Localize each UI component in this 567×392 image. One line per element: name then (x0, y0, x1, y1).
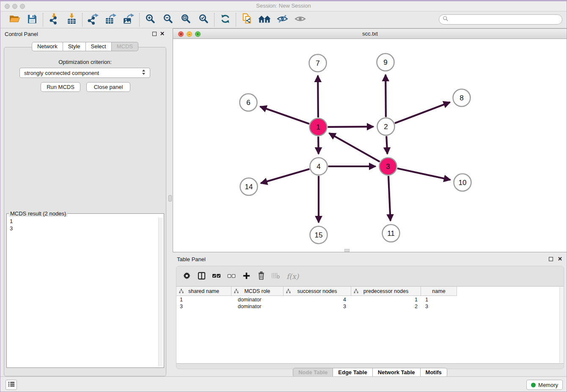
canvas-resize-handle[interactable] (344, 249, 350, 252)
import-table-button[interactable] (65, 14, 78, 26)
column-header-predecessor-nodes[interactable]: predecessor nodes (351, 287, 421, 296)
edge-1-6[interactable] (260, 107, 309, 124)
node-7[interactable]: 7 (309, 55, 327, 72)
criterion-dropdown[interactable]: strongly connected component (19, 68, 150, 78)
table-cell[interactable]: 1 (176, 296, 231, 303)
import-network-button[interactable] (47, 14, 60, 26)
function-builder-button[interactable]: f(x) (286, 271, 299, 282)
search-box[interactable] (439, 14, 562, 25)
float-panel-icon[interactable] (152, 32, 157, 36)
open-folder-button[interactable] (8, 14, 21, 26)
edge-1-4[interactable] (318, 137, 319, 154)
edge-3-10[interactable] (397, 168, 450, 180)
eye-button[interactable] (294, 14, 306, 26)
node-10[interactable]: 10 (454, 174, 471, 191)
run-mcds-button[interactable]: Run MCDS (41, 82, 80, 92)
node-1[interactable]: 1 (310, 119, 327, 136)
node-15[interactable]: 15 (310, 226, 328, 244)
console-button[interactable] (6, 380, 17, 390)
node-table[interactable]: shared name MCDS role successor nodes pr… (176, 286, 564, 364)
memory-button[interactable]: Memory (526, 380, 563, 390)
close-panel-icon[interactable]: ✕ (160, 30, 165, 37)
export-table-button[interactable] (105, 14, 117, 26)
edge-2-3[interactable] (386, 136, 387, 154)
column-header-successor-nodes[interactable]: successor nodes (284, 287, 351, 296)
table-cell[interactable]: 3 (284, 303, 351, 310)
zoom-out-button[interactable] (162, 14, 174, 26)
delete-button[interactable] (257, 271, 265, 282)
gear-button[interactable] (182, 271, 191, 282)
edge-3-11[interactable] (388, 176, 391, 221)
control-panel-tabs: NetworkStyleSelectMCDS (0, 42, 170, 51)
add-icon (242, 272, 250, 282)
table-row[interactable]: 3dominator323 (176, 303, 564, 310)
select-all-columns-button[interactable] (212, 271, 221, 282)
column-header-MCDS-role[interactable]: MCDS role (231, 287, 284, 296)
table-cell[interactable]: 3 (421, 303, 457, 310)
tab-node-table[interactable]: Node Table (293, 368, 333, 377)
mcds-result-scrollbar[interactable] (158, 218, 163, 367)
mcds-result-legend: MCDS result (2 nodes) (9, 210, 67, 217)
network-canvas[interactable]: 1 2 3 4 6 7 8 9 10 11 14 15 (173, 39, 567, 252)
node-8[interactable]: 8 (453, 89, 471, 107)
node-2[interactable]: 2 (377, 118, 395, 135)
table-cell[interactable]: dominator (231, 303, 284, 310)
edge-2-9[interactable] (385, 75, 386, 117)
close-table-panel-icon[interactable]: ✕ (558, 256, 562, 262)
float-table-panel-icon[interactable] (549, 257, 553, 261)
export-image-button[interactable] (122, 14, 135, 26)
tab-edge-table[interactable]: Edge Table (333, 368, 372, 377)
close-panel-button[interactable]: Close panel (86, 82, 130, 92)
node-9[interactable]: 9 (377, 54, 394, 71)
search-input[interactable] (451, 16, 562, 23)
table-cell[interactable]: 2 (351, 303, 421, 310)
export-network-button[interactable] (87, 14, 99, 26)
tab-network-table[interactable]: Network Table (373, 368, 421, 377)
zoom-fit-button[interactable] (179, 14, 192, 26)
refresh-button[interactable] (219, 14, 231, 26)
double-house-button[interactable] (258, 14, 271, 26)
node-6[interactable]: 6 (240, 94, 257, 111)
table-cell[interactable]: 3 (176, 303, 231, 310)
column-label: predecessor nodes (363, 288, 408, 294)
tab-select[interactable]: Select (86, 42, 112, 51)
table-cell[interactable]: dominator (231, 296, 284, 303)
edge-2-8[interactable] (395, 102, 450, 124)
optimization-criterion-label: Optimization criterion: (0, 59, 170, 65)
node-label: 7 (316, 59, 319, 67)
node-14[interactable]: 14 (240, 178, 258, 196)
network-window-titlebar[interactable]: ✕ − + scc.txt (173, 28, 567, 39)
node-3[interactable]: 3 (380, 158, 397, 175)
delete-table-button[interactable] (272, 271, 280, 282)
select-all-columns-icon (212, 273, 221, 280)
network-title: scc.txt (173, 30, 567, 37)
delete-icon (258, 271, 265, 282)
unselect-all-columns-button[interactable] (227, 271, 236, 282)
save-button[interactable] (26, 14, 39, 26)
edge-3-1[interactable] (329, 133, 380, 162)
tab-style[interactable]: Style (63, 42, 86, 51)
tab-network[interactable]: Network (32, 42, 63, 51)
column-chooser-button[interactable] (197, 271, 206, 282)
eye-slash-button[interactable] (276, 14, 289, 26)
column-header-shared-name[interactable]: shared name (176, 287, 231, 296)
table-row[interactable]: 1dominator411 (176, 296, 564, 303)
table-cell[interactable]: 1 (421, 296, 457, 303)
column-header-name[interactable]: name (421, 287, 457, 296)
panel-splitter-handle[interactable] (168, 195, 172, 202)
node-4[interactable]: 4 (310, 158, 328, 175)
edge-4-14[interactable] (261, 169, 309, 183)
zoom-selected-button[interactable] (197, 14, 210, 26)
add-button[interactable] (242, 271, 250, 282)
table-cell[interactable]: 1 (351, 296, 421, 303)
edge-1-2[interactable] (328, 127, 374, 127)
table-tabs-group: Node TableEdge TableNetwork TableMotifs (293, 368, 447, 377)
clone-network-button[interactable] (240, 14, 253, 26)
node-table-scrollbar[interactable] (559, 287, 564, 363)
zoom-in-button[interactable] (144, 14, 157, 26)
tab-motifs[interactable]: Motifs (421, 368, 447, 377)
node-11[interactable]: 11 (383, 225, 400, 242)
tab-mcds[interactable]: MCDS (112, 42, 138, 51)
edge-1-7[interactable] (318, 76, 318, 118)
table-cell[interactable]: 4 (284, 296, 351, 303)
